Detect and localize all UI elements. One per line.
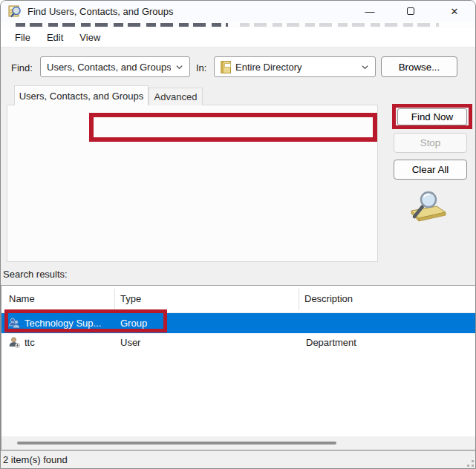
scrollbar-thumb[interactable] <box>17 442 336 445</box>
minimize-icon: — <box>365 6 375 17</box>
find-now-button[interactable]: Find Now <box>397 108 467 125</box>
horizontal-scrollbar[interactable] <box>1 436 476 450</box>
maximize-button[interactable] <box>394 1 428 22</box>
find-type-value: Users, Contacts, and Groups <box>47 62 171 73</box>
results-header: Name Type Description <box>1 286 476 313</box>
in-label: In: <box>196 62 206 73</box>
redaction-dashes <box>16 23 228 27</box>
status-bar: 2 item(s) found <box>1 450 476 469</box>
maximize-icon <box>407 7 414 15</box>
window-title: Find Users, Contacts, and Groups <box>27 6 174 17</box>
close-icon: ✕ <box>451 6 459 17</box>
title-bar: Find Users, Contacts, and Groups — ✕ <box>1 1 476 22</box>
status-text: 2 item(s) found <box>3 454 68 465</box>
results-list: Name Type Description Technology Sup... … <box>1 285 476 450</box>
result-description: Department <box>306 333 356 352</box>
in-scope-value: Entire Directory <box>235 62 356 73</box>
column-header-name[interactable]: Name <box>9 286 35 312</box>
menu-bar: File Edit View <box>1 28 476 47</box>
result-row-ttc[interactable]: ttc User Department <box>1 333 476 352</box>
chevron-down-icon <box>175 63 183 71</box>
column-header-description[interactable]: Description <box>304 286 353 312</box>
directory-book-icon <box>221 61 231 73</box>
minimize-button[interactable]: — <box>353 1 387 22</box>
search-magnifier-art <box>404 187 451 226</box>
browse-button[interactable]: Browse... <box>381 56 457 77</box>
result-name: ttc <box>25 333 35 352</box>
result-row-technology-support[interactable]: Technology Sup... Group <box>1 313 476 333</box>
tab-panel <box>7 105 378 262</box>
find-document-icon <box>8 4 22 18</box>
group-icon <box>8 317 21 329</box>
find-users-dialog: Find Users, Contacts, and Groups — ✕ Fil… <box>0 0 476 469</box>
tab-advanced[interactable]: Advanced <box>149 88 203 105</box>
in-scope-dropdown[interactable]: Entire Directory <box>214 56 376 77</box>
column-divider[interactable] <box>114 289 115 309</box>
search-results-label: Search results: <box>3 269 68 280</box>
clear-all-button[interactable]: Clear All <box>394 160 467 180</box>
tab-active-label: Users, Contacts, and Groups <box>19 91 144 102</box>
find-label: Find: <box>11 62 33 73</box>
menu-view[interactable]: View <box>73 29 107 47</box>
tab-users-contacts-groups[interactable]: Users, Contacts, and Groups <box>14 85 149 105</box>
chevron-down-icon <box>361 63 369 71</box>
redacted-text-artifact <box>1 22 476 28</box>
stop-button[interactable]: Stop <box>394 133 467 153</box>
column-divider[interactable] <box>299 289 299 309</box>
result-type: Group <box>120 313 147 333</box>
menu-file[interactable]: File <box>8 29 37 47</box>
column-header-type[interactable]: Type <box>120 286 141 312</box>
tab-inactive-label: Advanced <box>154 91 198 102</box>
find-type-dropdown[interactable]: Users, Contacts, and Groups <box>40 56 190 77</box>
result-type: User <box>120 333 140 352</box>
user-icon <box>8 336 21 349</box>
result-name: Technology Sup... <box>25 313 101 333</box>
redaction-dashes-faint <box>240 23 439 27</box>
close-button[interactable]: ✕ <box>437 1 472 22</box>
menu-edit[interactable]: Edit <box>40 29 70 47</box>
